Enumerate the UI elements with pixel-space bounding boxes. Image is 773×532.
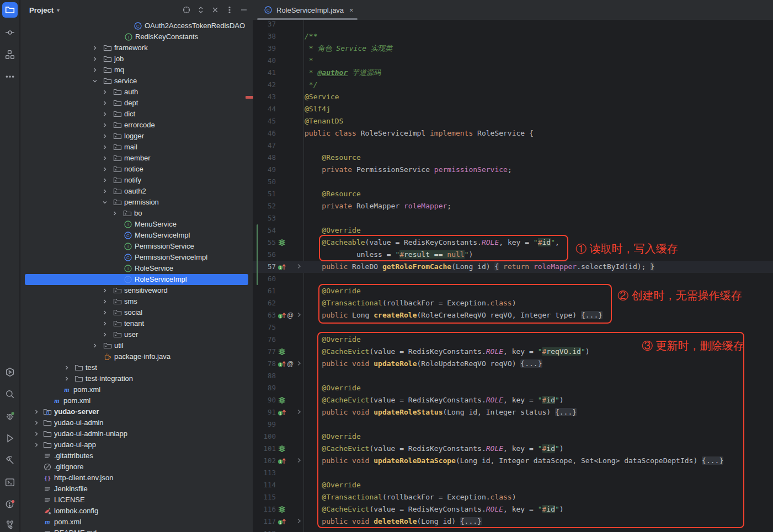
tree-item-lombok-config[interactable]: lombok.config — [20, 506, 253, 517]
chevron-right-icon[interactable] — [102, 144, 108, 151]
chevron-right-icon[interactable] — [102, 188, 108, 195]
chevron-right-icon[interactable] — [102, 122, 108, 128]
tree-item-logger[interactable]: logger — [20, 131, 253, 142]
tree-item-notice[interactable]: notice — [20, 164, 253, 175]
override-method-icon[interactable]: 1 — [278, 408, 286, 417]
chevron-right-icon[interactable] — [92, 342, 98, 349]
tree-item-dict[interactable]: dict — [20, 109, 253, 120]
spring-bean-icon[interactable] — [278, 444, 286, 453]
annotation-gutter-icon[interactable]: @ — [287, 358, 294, 370]
fold-chevron-icon[interactable] — [295, 456, 304, 465]
chevron-right-icon[interactable] — [102, 100, 108, 106]
tree-item-http-client-env-json[interactable]: {}http-client.env.json — [20, 472, 253, 483]
chevron-right-icon[interactable] — [102, 177, 108, 184]
problems-icon[interactable] — [2, 496, 18, 512]
tree-item-framework[interactable]: framework — [20, 42, 253, 53]
run-icon[interactable] — [2, 431, 18, 446]
chevron-right-icon[interactable] — [102, 287, 108, 294]
chevron-right-icon[interactable] — [111, 210, 118, 217]
chevron-right-icon[interactable] — [102, 309, 108, 316]
tree-item-roleservice[interactable]: IRoleService — [20, 263, 253, 274]
tree-item-rediskeyconstants[interactable]: IRedisKeyConstants — [20, 31, 253, 42]
fold-chevron-icon[interactable] — [295, 262, 304, 271]
override-method-icon[interactable]: 1 — [278, 456, 286, 465]
tree-item-test[interactable]: test — [20, 362, 253, 373]
chevron-right-icon[interactable] — [102, 331, 108, 338]
tree-item-sensitiveword[interactable]: sensitiveword — [20, 285, 253, 296]
version-control-icon[interactable] — [2, 517, 18, 532]
more-icon[interactable] — [2, 69, 18, 84]
tree-item-member[interactable]: member — [20, 153, 253, 164]
override-method-icon[interactable]: 1 — [278, 517, 286, 526]
chevron-right-icon[interactable] — [102, 111, 108, 117]
tree-item-menuserviceimpl[interactable]: CMenuServiceImpl — [20, 230, 253, 241]
chevron-down-icon[interactable] — [92, 78, 98, 84]
project-folder-icon[interactable] — [2, 2, 18, 18]
chevron-right-icon[interactable] — [102, 155, 108, 162]
tree-item-user[interactable]: user — [20, 329, 253, 340]
tree-item-test-integration[interactable]: test-integration — [20, 373, 253, 384]
close-icon[interactable]: × — [349, 6, 354, 14]
chevron-right-icon[interactable] — [63, 375, 70, 382]
tree-item-package-info-java[interactable]: package-info.java — [20, 351, 253, 362]
spring-bean-icon[interactable] — [278, 396, 286, 405]
chevron-right-icon[interactable] — [33, 420, 40, 426]
tree-item-yudao-ui-app[interactable]: yudao-ui-app — [20, 439, 253, 450]
tree-item--gitignore[interactable]: .gitignore — [20, 461, 253, 472]
chevron-right-icon[interactable] — [102, 298, 108, 305]
tree-item-pom-xml[interactable]: mpom.xml — [20, 517, 253, 528]
chevron-right-icon[interactable] — [102, 133, 108, 139]
chevron-right-icon[interactable] — [102, 89, 108, 95]
tree-item-mq[interactable]: mq — [20, 65, 253, 76]
tree-item--gitattributes[interactable]: .gitattributes — [20, 450, 253, 461]
tree-item-auth[interactable]: auth — [20, 87, 253, 98]
chevron-right-icon[interactable] — [33, 442, 40, 448]
override-method-icon[interactable]: 1 — [278, 359, 286, 368]
tree-item-tenant[interactable]: tenant — [20, 318, 253, 329]
tree-item-bo[interactable]: bo — [20, 208, 253, 219]
tree-item-job[interactable]: job — [20, 53, 253, 65]
tree-item-util[interactable]: util — [20, 340, 253, 351]
spring-bean-icon[interactable] — [278, 347, 286, 356]
tree-item-yudao-ui-admin[interactable]: yudao-ui-admin — [20, 417, 253, 428]
tree-item-dept[interactable]: dept — [20, 98, 253, 109]
chevron-right-icon[interactable] — [92, 56, 98, 62]
chevron-right-icon[interactable] — [33, 431, 40, 437]
tree-item-roleserviceimpl[interactable]: CRoleServiceImpl — [20, 274, 253, 285]
tree-item-errorcode[interactable]: errorcode — [20, 120, 253, 131]
chevron-right-icon[interactable] — [102, 166, 108, 173]
fold-chevron-icon[interactable] — [295, 311, 304, 320]
tree-item-oauth2accesstokenredisdao[interactable]: COAuth2AccessTokenRedisDAO — [20, 20, 253, 31]
tree-item-oauth2[interactable]: oauth2 — [20, 186, 253, 197]
debug-icon[interactable] — [2, 409, 18, 424]
spring-bean-icon[interactable] — [278, 238, 286, 247]
chevron-down-icon[interactable] — [102, 199, 108, 206]
tree-item-social[interactable]: social — [20, 307, 253, 318]
fold-chevron-icon[interactable] — [295, 359, 304, 368]
tree-item-sms[interactable]: sms — [20, 296, 253, 307]
tree-item-license[interactable]: LICENSE — [20, 495, 253, 506]
structure-icon[interactable] — [2, 47, 18, 62]
tree-item-yudao-server[interactable]: yudao-server — [20, 406, 253, 417]
tree-item-permission[interactable]: permission — [20, 197, 253, 208]
chevron-right-icon[interactable] — [92, 67, 98, 73]
terminal-icon[interactable] — [2, 475, 18, 490]
fold-chevron-icon[interactable] — [295, 408, 304, 417]
chevron-right-icon[interactable] — [63, 364, 70, 371]
chevron-right-icon[interactable] — [102, 320, 108, 327]
tree-item-jenkinsfile[interactable]: Jenkinsfile — [20, 483, 253, 495]
fold-chevron-icon[interactable] — [295, 517, 304, 526]
commit-icon[interactable] — [2, 25, 18, 40]
tree-item-permissionservice[interactable]: IPermissionService — [20, 241, 253, 252]
annotation-gutter-icon[interactable]: @ — [287, 309, 294, 321]
spring-bean-icon[interactable] — [278, 505, 286, 514]
tree-item-yudao-ui-admin-uniapp[interactable]: yudao-ui-admin-uniapp — [20, 428, 253, 439]
chevron-right-icon[interactable] — [33, 409, 40, 415]
tree-item-pom-xml[interactable]: mpom.xml — [20, 395, 253, 406]
tree-item-pom-xml[interactable]: mpom.xml — [20, 384, 253, 395]
code-area[interactable]: 3738/**39 * 角色 Service 实现类40 *41 * @auth… — [253, 20, 773, 532]
tree-item-notify[interactable]: notify — [20, 175, 253, 186]
services-icon[interactable] — [2, 364, 18, 380]
override-method-icon[interactable]: 1 — [278, 311, 286, 320]
tree-item-permissionserviceimpl[interactable]: CPermissionServiceImpl — [20, 252, 253, 263]
